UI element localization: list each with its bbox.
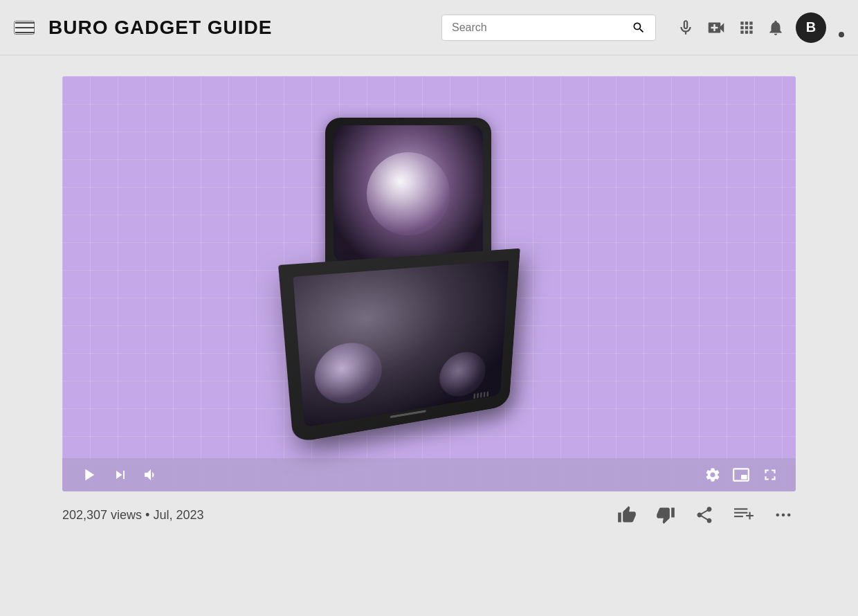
miniplayer-icon xyxy=(732,466,750,484)
play-icon xyxy=(79,465,98,484)
search-button[interactable] xyxy=(632,21,646,35)
search-input[interactable] xyxy=(452,21,632,34)
share-button[interactable] xyxy=(692,502,717,527)
volume-icon xyxy=(143,466,159,483)
save-icon xyxy=(733,505,754,525)
header-icons: B xyxy=(677,12,844,43)
phone-orb xyxy=(367,152,450,235)
svg-point-9 xyxy=(787,514,791,517)
mic-icon xyxy=(677,19,695,37)
volume-button[interactable] xyxy=(143,466,159,483)
next-icon xyxy=(112,466,129,483)
more-options-button[interactable] xyxy=(771,502,796,527)
settings-icon xyxy=(704,466,721,483)
miniplayer-button[interactable] xyxy=(732,466,750,484)
video-meta: 202,307 views • Jul, 2023 xyxy=(62,502,796,527)
phone-lower-half xyxy=(278,248,520,443)
svg-rect-3 xyxy=(734,512,747,514)
video-stats: 202,307 views • Jul, 2023 xyxy=(62,508,203,523)
svg-point-8 xyxy=(782,514,785,517)
video-background xyxy=(62,76,796,491)
share-icon xyxy=(695,505,714,525)
bell-icon xyxy=(767,19,785,37)
apps-button[interactable] xyxy=(738,19,756,37)
menu-button[interactable] xyxy=(14,21,35,35)
phone-lower-screen xyxy=(293,260,509,427)
settings-button[interactable] xyxy=(704,466,721,483)
fullscreen-icon xyxy=(761,466,779,484)
site-title[interactable]: BURO GADGET GUIDE xyxy=(48,17,272,39)
svg-rect-4 xyxy=(734,516,743,517)
more-icon xyxy=(774,505,793,525)
svg-rect-1 xyxy=(741,475,747,480)
controls-right xyxy=(704,466,779,484)
phone-upper-screen xyxy=(334,125,483,262)
create-button[interactable] xyxy=(706,17,727,38)
like-icon xyxy=(617,505,637,525)
search-icon xyxy=(632,21,646,35)
grid-icon xyxy=(738,19,756,37)
video-actions xyxy=(614,502,796,527)
video-player[interactable] xyxy=(62,76,796,491)
search-bar xyxy=(441,15,656,41)
main-content: 202,307 views • Jul, 2023 xyxy=(0,55,858,548)
mic-button[interactable] xyxy=(677,19,695,37)
controls-left xyxy=(79,465,159,484)
play-button[interactable] xyxy=(79,465,98,484)
create-icon xyxy=(706,17,727,38)
like-button[interactable] xyxy=(614,502,639,527)
next-button[interactable] xyxy=(112,466,129,483)
phone-upper-half xyxy=(325,118,491,270)
save-button[interactable] xyxy=(731,502,757,527)
dislike-icon xyxy=(656,505,675,525)
svg-rect-2 xyxy=(734,508,747,509)
svg-point-7 xyxy=(776,514,780,517)
avatar[interactable]: B xyxy=(796,12,826,43)
notifications-button[interactable] xyxy=(767,19,785,37)
header: BURO GADGET GUIDE xyxy=(0,0,858,55)
dislike-button[interactable] xyxy=(653,502,678,527)
lower-orb-1 xyxy=(313,339,382,408)
phone-illustration xyxy=(284,118,574,450)
fullscreen-button[interactable] xyxy=(761,466,779,484)
status-dot xyxy=(839,32,844,37)
video-controls xyxy=(62,458,796,491)
